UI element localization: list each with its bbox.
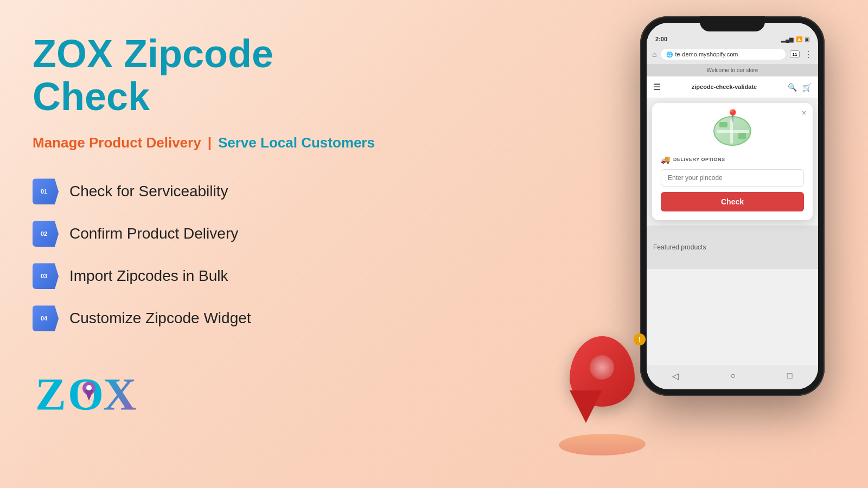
browser-bar: ⌂ 🌐 te-demo.myshopify.com 11 ⋮ [647, 44, 818, 64]
pin-tail [570, 390, 602, 423]
feature-item: 03 Import Zipcodes in Bulk [33, 263, 401, 289]
cart-icon[interactable]: 🛒 [802, 83, 812, 92]
feature-badge: 04 [33, 305, 59, 331]
svg-rect-9 [738, 133, 746, 139]
map-pin-icon: 📍 [725, 109, 740, 123]
tabs-count: 11 [793, 52, 797, 57]
feature-list: 01 Check for Serviceability 02 Confirm P… [33, 178, 401, 331]
store-action-icons: 🔍 🛒 [788, 83, 812, 92]
feature-text: Check for Serviceability [69, 183, 228, 200]
title-line1: ZOX Zipcode [33, 32, 273, 75]
zox-logo: Z O X [33, 364, 141, 418]
svg-text:Z: Z [35, 369, 66, 418]
delivery-options-row: 🚚 DELIVERY OPTIONS [661, 155, 804, 164]
map-illustration: 📍 [711, 112, 754, 150]
svg-point-4 [86, 385, 92, 390]
phone-outer: 2:00 ▂▄▆ 🔼 ▣ ⌂ 🌐 te-demo.myshopify.com 1… [640, 16, 825, 396]
hamburger-menu-icon[interactable]: ☰ [653, 82, 661, 92]
home-icon[interactable]: ⌂ [652, 50, 656, 59]
feature-text: Confirm Product Delivery [69, 225, 238, 242]
status-icons: ▂▄▆ 🔼 ▣ [781, 36, 809, 42]
battery-icon: ▣ [805, 36, 809, 42]
featured-products-label: Featured products [653, 243, 706, 251]
phone-nav-bar: ◁ ○ □ [647, 365, 818, 389]
feature-badge: 03 [33, 263, 59, 289]
welcome-text: Welcome to our store [707, 67, 758, 73]
globe-icon: 🌐 [666, 52, 673, 57]
feature-badge: 02 [33, 221, 59, 247]
feature-item: 01 Check for Serviceability [33, 178, 401, 204]
featured-products-section: Featured products [647, 226, 818, 269]
feature-item: 04 Customize Zipcode Widget [33, 305, 401, 331]
modal-close-button[interactable]: × [802, 108, 806, 117]
status-time: 2:00 [655, 36, 667, 42]
svg-text:X: X [103, 369, 136, 418]
check-button[interactable]: Check [661, 192, 804, 211]
tabs-icon[interactable]: 11 [790, 50, 800, 58]
more-options-icon[interactable]: ⋮ [804, 49, 813, 60]
feature-item: 02 Confirm Product Delivery [33, 221, 401, 247]
location-pin-decoration: ! [553, 325, 662, 461]
left-panel: ZOX Zipcode Check Manage Product Deliver… [33, 33, 401, 418]
subtitle-row: Manage Product Delivery | Serve Local Cu… [33, 134, 401, 151]
wifi-icon: 🔼 [796, 36, 802, 42]
home-nav-icon[interactable]: ○ [730, 371, 736, 381]
logo-container: Z O X [33, 364, 401, 418]
url-text: te-demo.myshopify.com [675, 51, 738, 57]
subtitle-manage: Manage Product Delivery [33, 134, 201, 151]
phone-notch [700, 16, 765, 31]
browser-url-bar[interactable]: 🌐 te-demo.myshopify.com [661, 49, 786, 60]
delivery-options-label: DELIVERY OPTIONS [673, 157, 725, 162]
feature-badge: 01 [33, 178, 59, 204]
store-title: zipcode-check-validate [692, 84, 757, 91]
back-nav-icon[interactable]: ◁ [672, 371, 679, 381]
feature-text: Customize Zipcode Widget [69, 310, 251, 327]
feature-text: Import Zipcodes in Bulk [69, 267, 228, 285]
store-header: ☰ zipcode-check-validate 🔍 🛒 [647, 76, 818, 98]
recent-nav-icon[interactable]: □ [787, 371, 793, 381]
signal-icon: ▂▄▆ [781, 36, 794, 42]
store-welcome-bar: Welcome to our store [647, 64, 818, 76]
truck-icon: 🚚 [661, 155, 670, 164]
main-title: ZOX Zipcode Check [33, 33, 401, 118]
pin-notification-badge: ! [634, 333, 646, 345]
subtitle-divider: | [208, 134, 212, 151]
pincode-input[interactable] [661, 169, 804, 187]
phone-mockup: 2:00 ▂▄▆ 🔼 ▣ ⌂ 🌐 te-demo.myshopify.com 1… [640, 16, 835, 396]
pin-shadow [557, 434, 647, 455]
zipcode-modal: × 📍 🚚 DELIVER [652, 103, 813, 220]
search-icon[interactable]: 🔍 [788, 83, 797, 92]
pin-hole [590, 355, 614, 380]
title-line2: Check [33, 75, 150, 118]
subtitle-serve: Serve Local Customers [218, 134, 375, 151]
phone-inner: 2:00 ▂▄▆ 🔼 ▣ ⌂ 🌐 te-demo.myshopify.com 1… [647, 23, 818, 389]
